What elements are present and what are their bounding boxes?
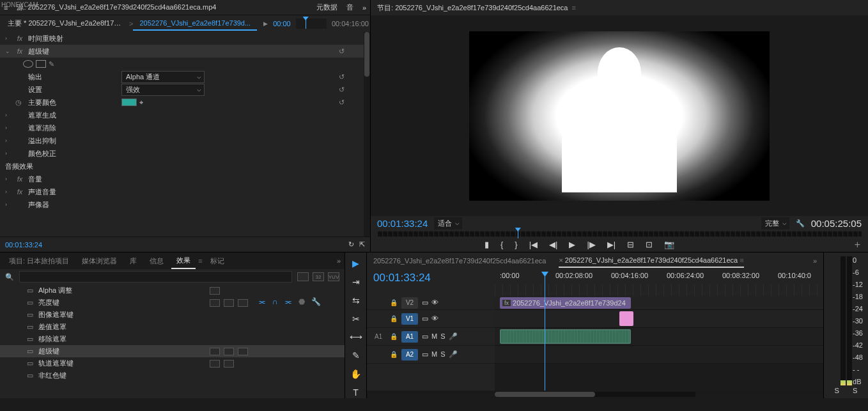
- lock-icon[interactable]: 🔒: [390, 351, 398, 358]
- prev-edit-icon[interactable]: |◀: [529, 240, 538, 249]
- preset-32bit-icon[interactable]: 32: [313, 272, 324, 281]
- fx-color-corr[interactable]: ›颜色校正: [0, 147, 370, 160]
- program-tc[interactable]: 00:01:33:24: [377, 218, 428, 229]
- settings-icon[interactable]: 🔧: [311, 297, 321, 306]
- export-frame-icon[interactable]: 📷: [664, 240, 674, 249]
- program-scrubber[interactable]: [377, 231, 862, 236]
- mute-button[interactable]: M: [431, 332, 437, 341]
- marker-toggle-icon[interactable]: ⬣: [298, 297, 305, 306]
- play-icon[interactable]: ▶: [263, 20, 268, 27]
- track-header-v1[interactable]: 🔒 V1 ▭👁: [367, 310, 495, 328]
- magnet-icon[interactable]: ∩: [272, 297, 278, 306]
- in-point-icon[interactable]: {: [500, 240, 503, 249]
- hand-tool[interactable]: ✋: [350, 368, 362, 380]
- link-icon[interactable]: ⫘: [284, 297, 292, 306]
- razor-tool[interactable]: ✂: [350, 313, 362, 325]
- tab-effects[interactable]: 效果: [171, 253, 196, 269]
- reset-icon[interactable]: ↺: [339, 47, 345, 56]
- solo-button[interactable]: S: [440, 350, 445, 359]
- ec-timecode[interactable]: 00:01:33:24: [5, 241, 42, 249]
- fx-matte-clean[interactable]: ›遮罩清除: [0, 121, 370, 134]
- timeline-playhead[interactable]: [545, 272, 545, 296]
- program-sequence-name[interactable]: 2052276_VJshi_e2a2e8f17e739d240f25cd4aa6…: [395, 4, 568, 12]
- setting-select[interactable]: 强效: [121, 84, 205, 96]
- quality-select[interactable]: 完整: [761, 217, 789, 229]
- type-tool[interactable]: T: [350, 386, 362, 398]
- export-icon[interactable]: ⇱: [359, 240, 365, 249]
- snap-icon[interactable]: ⫘: [258, 297, 266, 306]
- out-point-icon[interactable]: }: [515, 240, 517, 249]
- eye-icon[interactable]: 👁: [431, 314, 438, 323]
- marker-icon[interactable]: ▮: [484, 240, 489, 249]
- solo-button[interactable]: S: [440, 332, 445, 341]
- add-button-icon[interactable]: +: [855, 239, 860, 251]
- video-clip[interactable]: fx2052276_VJshi_e2a2e8f17e739d24: [500, 297, 631, 309]
- reset-icon[interactable]: ↺: [339, 98, 345, 107]
- pen-mask-icon[interactable]: ✎: [49, 60, 54, 68]
- step-back-icon[interactable]: ◀|: [549, 240, 557, 249]
- solo-right[interactable]: S: [853, 387, 857, 394]
- effect-item[interactable]: ▭移除遮罩: [0, 333, 345, 345]
- track-select-tool[interactable]: ⇥: [350, 276, 362, 288]
- tab-markers[interactable]: 标记: [205, 254, 229, 268]
- track-area[interactable]: fx2052276_VJshi_e2a2e8f17e739d24: [495, 296, 823, 391]
- mini-scrubber[interactable]: [296, 19, 327, 29]
- play-button[interactable]: ▶: [569, 240, 575, 249]
- track-header-a1[interactable]: A1🔒 A1 ▭MS🎤: [367, 328, 495, 346]
- eyedropper-icon[interactable]: ⌖: [139, 98, 143, 107]
- eye-icon[interactable]: 👁: [431, 299, 438, 307]
- rect-mask-icon[interactable]: [36, 60, 46, 68]
- toggle-output-icon[interactable]: ▭: [422, 350, 428, 359]
- lift-icon[interactable]: ⊟: [627, 240, 634, 249]
- voiceover-icon[interactable]: 🎤: [449, 332, 458, 341]
- overflow-icon[interactable]: »: [813, 257, 817, 265]
- slip-tool[interactable]: ⟷: [350, 331, 362, 343]
- selection-tool[interactable]: ▶: [350, 258, 362, 270]
- solo-left[interactable]: S: [835, 387, 839, 394]
- audio-tab[interactable]: 音: [346, 3, 353, 12]
- mute-button[interactable]: M: [431, 350, 437, 359]
- ec-tab-clip[interactable]: 2052276_VJshi_e2a2e8f17e739d...: [133, 17, 257, 31]
- fx-time-remap[interactable]: ›fx 时间重映射: [0, 32, 370, 45]
- output-select[interactable]: Alpha 通道: [121, 71, 205, 83]
- metadata-tab[interactable]: 元数据: [316, 3, 337, 12]
- effect-item[interactable]: ▭差值遮罩: [0, 321, 345, 333]
- timeline-tab-1[interactable]: 2052276_VJshi_e2a2e8f17e739d240f25cd4aa6…: [373, 254, 546, 267]
- ec-scrollbar[interactable]: [364, 32, 370, 237]
- tab-project[interactable]: 项目: 日本旅拍项目: [4, 254, 74, 268]
- toggle-output-icon[interactable]: ▭: [422, 332, 428, 341]
- color-swatch[interactable]: [121, 98, 137, 106]
- tab-media[interactable]: 媒体浏览器: [77, 254, 122, 268]
- timeline-ruler[interactable]: :00:00 00:02:08:00 00:04:16:00 00:06:24:…: [495, 272, 823, 296]
- effect-item[interactable]: ▭轨道遮罩键: [0, 357, 345, 369]
- tab-info[interactable]: 信息: [144, 254, 169, 268]
- timeline-scrollbar[interactable]: [367, 391, 823, 398]
- ec-tab-master[interactable]: 主要 * 2052276_VJshi_e2a2e8f17e7...: [1, 16, 129, 32]
- timeline-tab-2[interactable]: × 2052276_VJshi_e2a2e8f17e739d240f25cd4a…: [559, 254, 743, 268]
- track-header-a2[interactable]: 🔒 A2 ▭MS🎤: [367, 346, 495, 364]
- toggle-output-icon[interactable]: ▭: [422, 299, 428, 307]
- program-monitor[interactable]: [371, 15, 868, 216]
- effect-item[interactable]: ▭非红色键: [0, 369, 345, 382]
- reset-icon[interactable]: ↺: [339, 86, 345, 94]
- stopwatch-icon[interactable]: ◷: [15, 98, 24, 107]
- effect-item[interactable]: ▭图像遮罩键: [0, 309, 345, 321]
- timeline-tc[interactable]: 00:01:33:24: [373, 272, 495, 284]
- effect-item[interactable]: ▭Alpha 调整: [0, 284, 345, 297]
- step-fwd-icon[interactable]: |▶: [587, 240, 595, 249]
- fx-spill[interactable]: ›溢出抑制: [0, 134, 370, 147]
- fx-matte-gen[interactable]: ›遮罩生成: [0, 109, 370, 121]
- fx-ultra-key[interactable]: ⌄fx 超级键 ↺: [0, 45, 370, 58]
- reset-icon[interactable]: ↺: [339, 73, 345, 81]
- effects-search-input[interactable]: [19, 271, 292, 283]
- preset-yuv-icon[interactable]: YUV: [328, 272, 339, 281]
- ellipse-mask-icon[interactable]: [23, 60, 33, 68]
- audio-clip[interactable]: [500, 329, 631, 344]
- overflow-icon[interactable]: »: [337, 257, 341, 265]
- lock-icon[interactable]: 🔒: [390, 333, 398, 340]
- fx-channel-vol[interactable]: ›fx声道音量: [0, 185, 370, 198]
- tab-library[interactable]: 库: [125, 254, 142, 268]
- loop-icon[interactable]: ↻: [348, 240, 354, 249]
- lock-icon[interactable]: 🔒: [390, 315, 398, 322]
- source-filename[interactable]: 2052276_VJshi_e2a2e8f17e739d240f25cd4aa6…: [28, 3, 217, 11]
